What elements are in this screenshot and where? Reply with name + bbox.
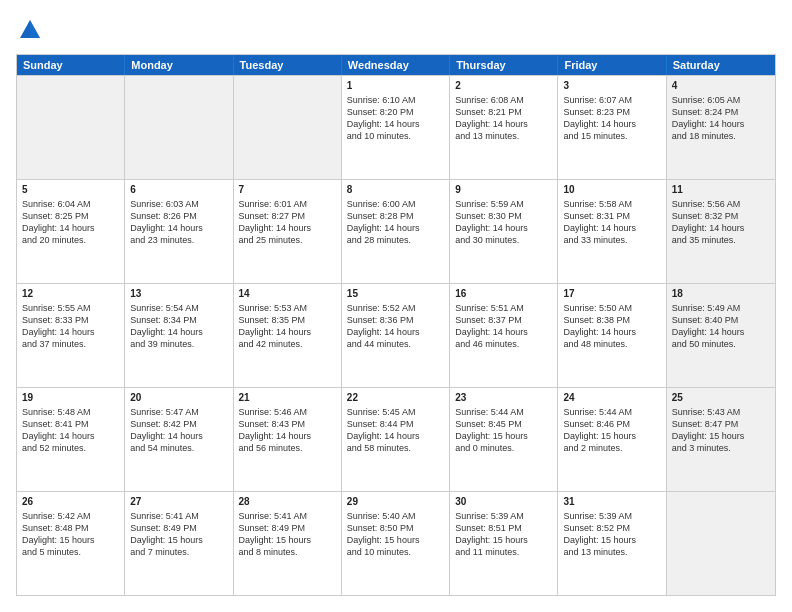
cell-info-line: Daylight: 14 hours xyxy=(455,222,552,234)
day-number: 11 xyxy=(672,183,770,197)
cell-info-line: Sunset: 8:50 PM xyxy=(347,522,444,534)
cell-info-line: Daylight: 15 hours xyxy=(672,430,770,442)
cell-info-line: Sunrise: 5:39 AM xyxy=(455,510,552,522)
cell-info-line: Sunset: 8:44 PM xyxy=(347,418,444,430)
day-number: 13 xyxy=(130,287,227,301)
cell-info-line: Sunset: 8:38 PM xyxy=(563,314,660,326)
cell-info-line: Daylight: 15 hours xyxy=(130,534,227,546)
day-number: 14 xyxy=(239,287,336,301)
calendar-row-1: 5Sunrise: 6:04 AMSunset: 8:25 PMDaylight… xyxy=(17,179,775,283)
cell-info-line: Daylight: 14 hours xyxy=(563,222,660,234)
day-number: 22 xyxy=(347,391,444,405)
cell-info-line: and 10 minutes. xyxy=(347,546,444,558)
calendar-cell-21: 21Sunrise: 5:46 AMSunset: 8:43 PMDayligh… xyxy=(234,388,342,491)
cell-info-line: Sunset: 8:23 PM xyxy=(563,106,660,118)
day-number: 19 xyxy=(22,391,119,405)
day-number: 17 xyxy=(563,287,660,301)
day-number: 26 xyxy=(22,495,119,509)
header-day-friday: Friday xyxy=(558,55,666,75)
cell-info-line: Sunrise: 5:59 AM xyxy=(455,198,552,210)
calendar-cell-30: 30Sunrise: 5:39 AMSunset: 8:51 PMDayligh… xyxy=(450,492,558,595)
cell-info-line: Sunrise: 5:40 AM xyxy=(347,510,444,522)
cell-info-line: Sunset: 8:48 PM xyxy=(22,522,119,534)
cell-info-line: Sunset: 8:41 PM xyxy=(22,418,119,430)
cell-info-line: Sunset: 8:45 PM xyxy=(455,418,552,430)
cell-info-line: Sunset: 8:24 PM xyxy=(672,106,770,118)
day-number: 8 xyxy=(347,183,444,197)
day-number: 23 xyxy=(455,391,552,405)
day-number: 5 xyxy=(22,183,119,197)
cell-info-line: and 35 minutes. xyxy=(672,234,770,246)
day-number: 1 xyxy=(347,79,444,93)
calendar-row-4: 26Sunrise: 5:42 AMSunset: 8:48 PMDayligh… xyxy=(17,491,775,595)
calendar-body: 1Sunrise: 6:10 AMSunset: 8:20 PMDaylight… xyxy=(17,75,775,595)
calendar-cell-12: 12Sunrise: 5:55 AMSunset: 8:33 PMDayligh… xyxy=(17,284,125,387)
cell-info-line: Sunrise: 5:56 AM xyxy=(672,198,770,210)
cell-info-line: Daylight: 14 hours xyxy=(130,430,227,442)
header-day-sunday: Sunday xyxy=(17,55,125,75)
calendar-cell-27: 27Sunrise: 5:41 AMSunset: 8:49 PMDayligh… xyxy=(125,492,233,595)
day-number: 21 xyxy=(239,391,336,405)
calendar-cell-15: 15Sunrise: 5:52 AMSunset: 8:36 PMDayligh… xyxy=(342,284,450,387)
cell-info-line: Sunrise: 6:07 AM xyxy=(563,94,660,106)
cell-info-line: Sunrise: 6:04 AM xyxy=(22,198,119,210)
cell-info-line: Sunrise: 5:45 AM xyxy=(347,406,444,418)
day-number: 6 xyxy=(130,183,227,197)
cell-info-line: and 20 minutes. xyxy=(22,234,119,246)
cell-info-line: Sunset: 8:40 PM xyxy=(672,314,770,326)
cell-info-line: and 39 minutes. xyxy=(130,338,227,350)
cell-info-line: Sunset: 8:49 PM xyxy=(130,522,227,534)
calendar-cell-29: 29Sunrise: 5:40 AMSunset: 8:50 PMDayligh… xyxy=(342,492,450,595)
cell-info-line: Daylight: 14 hours xyxy=(672,326,770,338)
cell-info-line: and 30 minutes. xyxy=(455,234,552,246)
cell-info-line: and 10 minutes. xyxy=(347,130,444,142)
cell-info-line: Daylight: 14 hours xyxy=(672,222,770,234)
cell-info-line: Sunrise: 5:44 AM xyxy=(563,406,660,418)
cell-info-line: Daylight: 15 hours xyxy=(347,534,444,546)
cell-info-line: and 11 minutes. xyxy=(455,546,552,558)
cell-info-line: Sunset: 8:34 PM xyxy=(130,314,227,326)
cell-info-line: Sunset: 8:20 PM xyxy=(347,106,444,118)
cell-info-line: Sunset: 8:37 PM xyxy=(455,314,552,326)
cell-info-line: Daylight: 14 hours xyxy=(22,430,119,442)
cell-info-line: Sunset: 8:33 PM xyxy=(22,314,119,326)
cell-info-line: and 3 minutes. xyxy=(672,442,770,454)
header-day-wednesday: Wednesday xyxy=(342,55,450,75)
logo-icon xyxy=(16,16,44,44)
cell-info-line: and 50 minutes. xyxy=(672,338,770,350)
calendar-cell-9: 9Sunrise: 5:59 AMSunset: 8:30 PMDaylight… xyxy=(450,180,558,283)
cell-info-line: Sunrise: 6:00 AM xyxy=(347,198,444,210)
cell-info-line: Sunrise: 5:49 AM xyxy=(672,302,770,314)
cell-info-line: and 44 minutes. xyxy=(347,338,444,350)
day-number: 31 xyxy=(563,495,660,509)
day-number: 18 xyxy=(672,287,770,301)
cell-info-line: Daylight: 14 hours xyxy=(347,326,444,338)
cell-info-line: Daylight: 15 hours xyxy=(563,430,660,442)
cell-info-line: Sunset: 8:36 PM xyxy=(347,314,444,326)
day-number: 16 xyxy=(455,287,552,301)
cell-info-line: Sunrise: 5:55 AM xyxy=(22,302,119,314)
cell-info-line: and 33 minutes. xyxy=(563,234,660,246)
cell-info-line: Sunrise: 6:05 AM xyxy=(672,94,770,106)
calendar-cell-10: 10Sunrise: 5:58 AMSunset: 8:31 PMDayligh… xyxy=(558,180,666,283)
cell-info-line: and 13 minutes. xyxy=(455,130,552,142)
cell-info-line: Sunset: 8:27 PM xyxy=(239,210,336,222)
cell-info-line: Sunset: 8:49 PM xyxy=(239,522,336,534)
cell-info-line: Sunset: 8:52 PM xyxy=(563,522,660,534)
cell-info-line: Sunrise: 5:42 AM xyxy=(22,510,119,522)
cell-info-line: Daylight: 14 hours xyxy=(22,326,119,338)
cell-info-line: Daylight: 15 hours xyxy=(22,534,119,546)
calendar-cell-empty xyxy=(17,76,125,179)
cell-info-line: Sunrise: 6:10 AM xyxy=(347,94,444,106)
cell-info-line: Sunrise: 5:39 AM xyxy=(563,510,660,522)
cell-info-line: and 25 minutes. xyxy=(239,234,336,246)
cell-info-line: Sunset: 8:43 PM xyxy=(239,418,336,430)
cell-info-line: Daylight: 14 hours xyxy=(239,430,336,442)
cell-info-line: Daylight: 14 hours xyxy=(239,326,336,338)
calendar-cell-23: 23Sunrise: 5:44 AMSunset: 8:45 PMDayligh… xyxy=(450,388,558,491)
cell-info-line: Sunrise: 6:08 AM xyxy=(455,94,552,106)
cell-info-line: and 2 minutes. xyxy=(563,442,660,454)
cell-info-line: and 23 minutes. xyxy=(130,234,227,246)
cell-info-line: Sunrise: 5:41 AM xyxy=(239,510,336,522)
header-day-tuesday: Tuesday xyxy=(234,55,342,75)
